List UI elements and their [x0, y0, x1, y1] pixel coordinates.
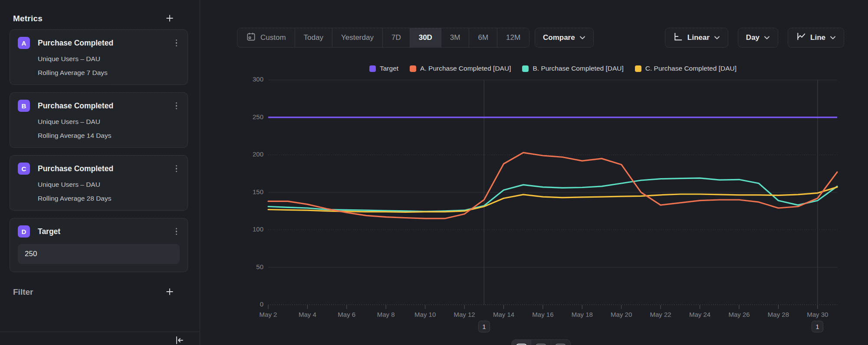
metric-rolling-average: Rolling Average 14 Days [38, 132, 180, 140]
metric-badge-c: C [18, 163, 30, 175]
metric-badge-b: B [18, 100, 30, 112]
x-tick-label: May 14 [493, 311, 514, 318]
metric-measurement: Unique Users – DAU [38, 55, 180, 63]
metrics-title: Metrics [13, 14, 43, 23]
metrics-header: Metrics [0, 0, 200, 26]
y-tick-label: 300 [253, 75, 263, 83]
view-toggle-chart[interactable] [512, 340, 531, 345]
series-line-c [268, 187, 837, 212]
plus-icon [165, 287, 174, 298]
kebab-menu-icon[interactable] [173, 101, 180, 111]
y-tick-label: 200 [253, 150, 263, 158]
target-value-input[interactable] [18, 244, 180, 264]
x-tick-label: May 20 [611, 311, 632, 318]
metric-card-b[interactable]: B Purchase Completed Unique Users – DAU … [10, 92, 188, 148]
x-tick-label: May 30 [807, 311, 828, 318]
metric-card-a[interactable]: A Purchase Completed Unique Users – DAU … [10, 29, 188, 85]
metric-rolling-average: Rolling Average 7 Days [38, 69, 180, 77]
y-tick-label: 250 [253, 113, 263, 120]
collapse-sidebar-button[interactable] [174, 335, 184, 345]
add-metric-button[interactable] [164, 13, 175, 25]
view-toggle-metric[interactable] [551, 340, 570, 345]
kebab-menu-icon[interactable] [173, 226, 180, 237]
filter-header: Filter [0, 283, 200, 301]
kebab-menu-icon[interactable] [173, 163, 180, 174]
collapse-panel-icon [174, 340, 184, 345]
metric-rolling-average: Rolling Average 28 Days [38, 195, 180, 202]
metric-card-c[interactable]: C Purchase Completed Unique Users – DAU … [10, 155, 188, 211]
view-toggle-control [511, 339, 571, 345]
metric-badge-d: D [18, 225, 30, 238]
x-tick-label: May 16 [532, 311, 553, 318]
target-title: Target [38, 227, 173, 236]
target-card[interactable]: D Target [10, 218, 188, 272]
x-tick-label: May 2 [260, 311, 277, 318]
metric-title: Purchase Completed [38, 164, 173, 173]
filter-title: Filter [13, 287, 33, 297]
x-tick-label: May 22 [650, 311, 671, 318]
sidebar-footer [0, 332, 200, 345]
annotation-badge[interactable]: 1 [812, 321, 823, 332]
y-tick-label: 150 [253, 188, 263, 195]
plus-icon [165, 13, 174, 24]
metric-measurement: Unique Users – DAU [38, 181, 180, 189]
x-tick-label: May 6 [338, 311, 355, 318]
app-root: Metrics A Purchase Completed Unique User… [0, 0, 868, 345]
metric-title: Purchase Completed [38, 101, 173, 111]
view-toggle-table[interactable] [531, 340, 551, 345]
y-tick-label: 50 [256, 263, 263, 270]
series-line-a [268, 153, 837, 218]
x-tick-label: May 26 [728, 311, 750, 318]
y-tick-label: 0 [260, 300, 263, 308]
metric-badge-a: A [18, 37, 30, 49]
annotation-badge[interactable]: 1 [478, 321, 490, 332]
line-chart: 050100150200250300May 2May 4May 6May 8Ma… [200, 0, 868, 345]
metric-measurement: Unique Users – DAU [38, 118, 180, 126]
add-filter-button[interactable] [164, 286, 175, 299]
x-tick-label: May 24 [689, 311, 710, 318]
kebab-menu-icon[interactable] [173, 38, 180, 49]
x-tick-label: May 18 [572, 311, 593, 318]
x-tick-label: May 4 [299, 311, 316, 318]
x-tick-label: May 28 [768, 311, 789, 318]
x-tick-label: May 12 [454, 311, 475, 318]
metric-card-list: A Purchase Completed Unique Users – DAU … [0, 26, 200, 272]
x-tick-label: May 8 [377, 311, 395, 318]
sidebar: Metrics A Purchase Completed Unique User… [0, 0, 200, 345]
main-panel: Custom Today Yesterday 7D 30D 3M 6M 12M … [200, 0, 868, 345]
metric-title: Purchase Completed [38, 39, 173, 48]
y-tick-label: 100 [253, 225, 263, 233]
x-tick-label: May 10 [414, 311, 436, 318]
